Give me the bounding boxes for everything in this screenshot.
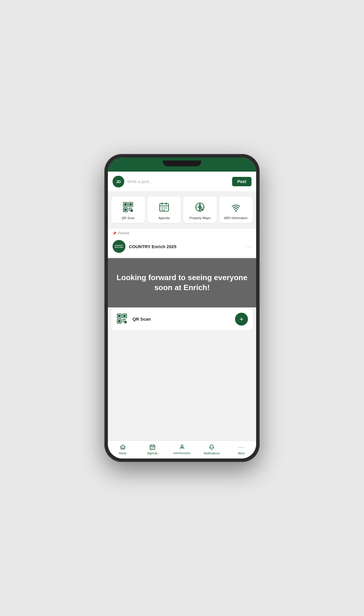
nav-item-notifications[interactable]: Notifications [197,443,227,455]
nav-notifications-icon [208,443,215,451]
action-card-qr-scan[interactable]: QR Scan [111,197,145,223]
svg-rect-3 [130,203,132,206]
promo-text: Looking forward to seeing everyone soon … [114,273,250,293]
pinned-item[interactable]: COUNTRY Enrich 2025 COUNTRY Enrich 2025 … [108,237,256,257]
qr-row[interactable]: QR Scan + [111,309,253,330]
svg-rect-5 [124,209,127,211]
wifi-icon [229,201,242,214]
svg-point-39 [151,447,152,448]
svg-rect-6 [129,208,130,209]
svg-point-18 [164,209,165,211]
property-maps-icon [193,201,206,214]
post-area: JD Write a post... Post [108,172,256,192]
svg-rect-30 [118,320,120,322]
nav-label-more: More [238,452,245,455]
svg-rect-44 [181,445,183,448]
group-name: COUNTRY Enrich 2025 [129,244,242,249]
svg-rect-8 [129,209,130,211]
phone-frame: JD Write a post... Post [104,154,260,462]
svg-rect-28 [123,315,126,317]
qr-row-icon [116,313,129,326]
svg-rect-33 [123,321,124,322]
svg-rect-7 [130,208,132,209]
nav-label-notifications: Notifications [204,452,220,455]
nav-wifi-icon [179,443,185,451]
action-label-property-maps: Property Maps [189,216,210,220]
action-card-agenda[interactable]: Agenda [147,197,181,223]
bottom-nav: Home Agenda [108,441,256,458]
post-button[interactable]: Post [232,177,251,186]
svg-point-41 [153,447,154,448]
home-icon [120,443,126,451]
app-content: JD Write a post... Post [108,172,256,441]
svg-point-14 [161,207,163,209]
svg-rect-1 [124,203,127,206]
post-input-placeholder[interactable]: Write a post... [127,179,229,184]
svg-point-43 [152,448,153,449]
group-avatar-label: COUNTRY Enrich 2025 [113,240,125,253]
nav-item-wifi[interactable]: WiFiInformation [167,443,197,455]
nav-more-icon: ··· [238,443,244,451]
nav-item-more[interactable]: ··· More [227,443,256,455]
svg-point-24 [235,210,237,212]
svg-point-17 [161,209,163,211]
svg-rect-9 [130,209,133,212]
action-card-property-maps[interactable]: Property Maps [183,197,217,223]
promo-banner: Looking forward to seeing everyone soon … [108,258,256,307]
svg-point-15 [164,207,165,209]
svg-rect-34 [124,321,127,323]
action-label-qr-scan: QR Scan [122,216,135,220]
nav-label-wifi: WiFiInformation [173,452,191,455]
qr-row-label: QR Scan [132,317,232,321]
nav-label-agenda: Agenda [147,452,157,455]
svg-rect-26 [118,315,120,317]
nav-item-home[interactable]: Home [108,443,137,455]
svg-rect-31 [123,319,124,320]
svg-point-42 [151,448,152,449]
action-label-agenda: Agenda [159,216,170,220]
pin-icon: 📌 [113,231,117,235]
nav-agenda-icon [149,443,156,451]
nav-label-home: Home [119,452,127,455]
svg-point-16 [166,207,167,209]
qr-scan-icon [122,201,135,214]
action-label-wifi: WiFi Information [224,216,248,220]
pinned-section: 📌 Pinned COUNTRY Enrich 2025 COUNTRY Enr… [108,229,256,257]
qr-add-button[interactable]: + [235,313,248,326]
quick-actions-grid: QR Scan [108,192,256,228]
nav-item-agenda[interactable]: Agenda [137,443,167,455]
phone-screen: JD Write a post... Post [108,158,256,458]
action-card-wifi[interactable]: WiFi Information [219,197,253,223]
notch [163,160,201,166]
svg-rect-32 [124,319,125,320]
more-options-button[interactable]: ··· [245,243,251,250]
pinned-header: 📌 Pinned [108,229,256,237]
spacer [108,330,256,333]
group-avatar: COUNTRY Enrich 2025 [113,240,125,253]
agenda-icon [158,201,171,214]
svg-point-40 [152,447,153,448]
avatar: JD [113,176,124,187]
